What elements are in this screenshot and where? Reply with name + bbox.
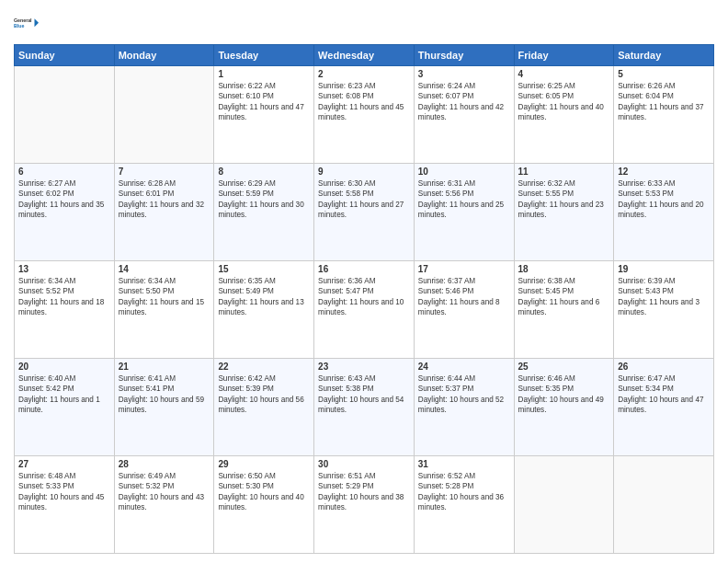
calendar-cell: 8Sunrise: 6:29 AM Sunset: 5:59 PM Daylig… (214, 164, 314, 261)
day-number: 26 (618, 362, 710, 372)
calendar-cell: 15Sunrise: 6:35 AM Sunset: 5:49 PM Dayli… (214, 261, 314, 359)
calendar-cell: 31Sunrise: 6:52 AM Sunset: 5:28 PM Dayli… (414, 456, 514, 554)
day-number: 10 (418, 167, 510, 177)
calendar-day-header: Wednesday (314, 45, 415, 66)
calendar-cell (15, 66, 115, 164)
svg-marker-2 (35, 18, 40, 27)
calendar-cell: 18Sunrise: 6:38 AM Sunset: 5:45 PM Dayli… (514, 261, 614, 359)
calendar-week-row: 27Sunrise: 6:48 AM Sunset: 5:33 PM Dayli… (15, 456, 714, 554)
day-info: Sunrise: 6:30 AM Sunset: 5:58 PM Dayligh… (318, 178, 410, 221)
day-number: 14 (119, 264, 210, 274)
day-number: 24 (418, 362, 510, 372)
day-number: 21 (119, 362, 210, 372)
calendar-cell: 5Sunrise: 6:26 AM Sunset: 6:04 PM Daylig… (614, 66, 714, 164)
logo: GeneralBlue (14, 9, 41, 37)
day-number: 25 (518, 362, 610, 372)
day-number: 2 (318, 69, 410, 79)
day-info: Sunrise: 6:50 AM Sunset: 5:30 PM Dayligh… (218, 471, 310, 513)
calendar-day-header: Monday (114, 45, 214, 66)
day-number: 18 (518, 264, 610, 274)
day-info: Sunrise: 6:37 AM Sunset: 5:46 PM Dayligh… (418, 276, 510, 318)
day-number: 1 (218, 69, 310, 79)
calendar-cell: 25Sunrise: 6:46 AM Sunset: 5:35 PM Dayli… (514, 359, 614, 456)
calendar-cell: 29Sunrise: 6:50 AM Sunset: 5:30 PM Dayli… (214, 456, 314, 554)
day-number: 31 (418, 459, 510, 469)
day-number: 9 (318, 167, 410, 177)
calendar-week-row: 20Sunrise: 6:40 AM Sunset: 5:42 PM Dayli… (15, 359, 714, 456)
calendar-cell: 23Sunrise: 6:43 AM Sunset: 5:38 PM Dayli… (314, 359, 415, 456)
day-number: 12 (618, 167, 710, 177)
day-info: Sunrise: 6:27 AM Sunset: 6:02 PM Dayligh… (18, 178, 110, 221)
calendar-cell (114, 66, 214, 164)
day-info: Sunrise: 6:38 AM Sunset: 5:45 PM Dayligh… (518, 276, 610, 318)
calendar-cell: 4Sunrise: 6:25 AM Sunset: 6:05 PM Daylig… (514, 66, 614, 164)
day-info: Sunrise: 6:29 AM Sunset: 5:59 PM Dayligh… (218, 178, 310, 221)
day-number: 22 (218, 362, 310, 372)
calendar-week-row: 13Sunrise: 6:34 AM Sunset: 5:52 PM Dayli… (15, 261, 714, 359)
day-info: Sunrise: 6:44 AM Sunset: 5:37 PM Dayligh… (418, 373, 510, 416)
svg-text:General: General (14, 17, 32, 23)
day-info: Sunrise: 6:47 AM Sunset: 5:34 PM Dayligh… (618, 373, 710, 416)
calendar-cell: 12Sunrise: 6:33 AM Sunset: 5:53 PM Dayli… (614, 164, 714, 261)
day-number: 29 (218, 459, 310, 469)
day-info: Sunrise: 6:51 AM Sunset: 5:29 PM Dayligh… (318, 471, 410, 513)
day-number: 16 (318, 264, 410, 274)
day-number: 28 (119, 459, 210, 469)
calendar-cell: 16Sunrise: 6:36 AM Sunset: 5:47 PM Dayli… (314, 261, 415, 359)
day-info: Sunrise: 6:23 AM Sunset: 6:08 PM Dayligh… (318, 81, 410, 123)
calendar-cell: 30Sunrise: 6:51 AM Sunset: 5:29 PM Dayli… (314, 456, 415, 554)
day-info: Sunrise: 6:31 AM Sunset: 5:56 PM Dayligh… (418, 178, 510, 221)
day-info: Sunrise: 6:46 AM Sunset: 5:35 PM Dayligh… (518, 373, 610, 416)
header: GeneralBlue (14, 9, 714, 37)
calendar-cell: 7Sunrise: 6:28 AM Sunset: 6:01 PM Daylig… (114, 164, 214, 261)
calendar-cell (514, 456, 614, 554)
day-number: 5 (618, 69, 710, 79)
calendar-cell: 14Sunrise: 6:34 AM Sunset: 5:50 PM Dayli… (114, 261, 214, 359)
calendar-cell (614, 456, 714, 554)
logo-icon: GeneralBlue (14, 9, 41, 37)
day-info: Sunrise: 6:26 AM Sunset: 6:04 PM Dayligh… (618, 81, 710, 123)
day-info: Sunrise: 6:28 AM Sunset: 6:01 PM Dayligh… (119, 178, 210, 221)
calendar-table: SundayMondayTuesdayWednesdayThursdayFrid… (14, 44, 714, 554)
day-number: 15 (218, 264, 310, 274)
calendar-cell: 17Sunrise: 6:37 AM Sunset: 5:46 PM Dayli… (414, 261, 514, 359)
day-info: Sunrise: 6:35 AM Sunset: 5:49 PM Dayligh… (218, 276, 310, 318)
day-number: 27 (18, 459, 110, 469)
day-info: Sunrise: 6:48 AM Sunset: 5:33 PM Dayligh… (18, 471, 110, 513)
calendar-day-header: Tuesday (214, 45, 314, 66)
day-number: 8 (218, 167, 310, 177)
calendar-week-row: 1Sunrise: 6:22 AM Sunset: 6:10 PM Daylig… (15, 66, 714, 164)
day-info: Sunrise: 6:49 AM Sunset: 5:32 PM Dayligh… (119, 471, 210, 513)
day-number: 13 (18, 264, 110, 274)
calendar-day-header: Sunday (15, 45, 115, 66)
day-number: 30 (318, 459, 410, 469)
page: GeneralBlue SundayMondayTuesdayWednesday… (0, 0, 728, 563)
day-number: 19 (618, 264, 710, 274)
calendar-cell: 10Sunrise: 6:31 AM Sunset: 5:56 PM Dayli… (414, 164, 514, 261)
calendar-cell: 19Sunrise: 6:39 AM Sunset: 5:43 PM Dayli… (614, 261, 714, 359)
calendar-cell: 26Sunrise: 6:47 AM Sunset: 5:34 PM Dayli… (614, 359, 714, 456)
day-number: 20 (18, 362, 110, 372)
calendar-cell: 1Sunrise: 6:22 AM Sunset: 6:10 PM Daylig… (214, 66, 314, 164)
day-number: 17 (418, 264, 510, 274)
calendar-cell: 22Sunrise: 6:42 AM Sunset: 5:39 PM Dayli… (214, 359, 314, 456)
calendar-header-row: SundayMondayTuesdayWednesdayThursdayFrid… (15, 45, 714, 66)
day-number: 3 (418, 69, 510, 79)
day-info: Sunrise: 6:42 AM Sunset: 5:39 PM Dayligh… (218, 373, 310, 416)
day-info: Sunrise: 6:39 AM Sunset: 5:43 PM Dayligh… (618, 276, 710, 318)
calendar-day-header: Thursday (414, 45, 514, 66)
day-info: Sunrise: 6:25 AM Sunset: 6:05 PM Dayligh… (518, 81, 610, 123)
day-info: Sunrise: 6:22 AM Sunset: 6:10 PM Dayligh… (218, 81, 310, 123)
calendar-cell: 27Sunrise: 6:48 AM Sunset: 5:33 PM Dayli… (15, 456, 115, 554)
day-number: 7 (119, 167, 210, 177)
day-info: Sunrise: 6:43 AM Sunset: 5:38 PM Dayligh… (318, 373, 410, 416)
calendar-cell: 24Sunrise: 6:44 AM Sunset: 5:37 PM Dayli… (414, 359, 514, 456)
calendar-cell: 13Sunrise: 6:34 AM Sunset: 5:52 PM Dayli… (15, 261, 115, 359)
calendar-cell: 9Sunrise: 6:30 AM Sunset: 5:58 PM Daylig… (314, 164, 415, 261)
calendar-cell: 3Sunrise: 6:24 AM Sunset: 6:07 PM Daylig… (414, 66, 514, 164)
calendar-week-row: 6Sunrise: 6:27 AM Sunset: 6:02 PM Daylig… (15, 164, 714, 261)
calendar-cell: 28Sunrise: 6:49 AM Sunset: 5:32 PM Dayli… (114, 456, 214, 554)
calendar-day-header: Friday (514, 45, 614, 66)
day-number: 11 (518, 167, 610, 177)
calendar-cell: 21Sunrise: 6:41 AM Sunset: 5:41 PM Dayli… (114, 359, 214, 456)
